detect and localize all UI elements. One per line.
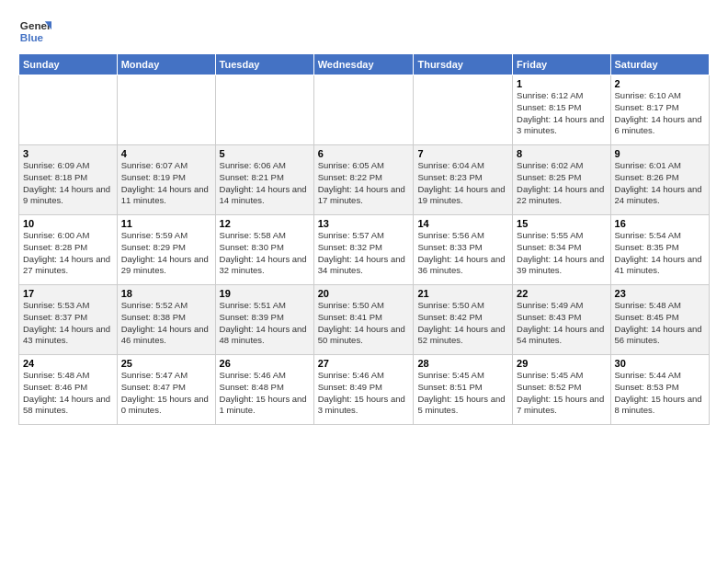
calendar-cell: 30Sunrise: 5:44 AM Sunset: 8:53 PM Dayli… (610, 355, 709, 425)
header: General Blue (18, 15, 710, 48)
calendar-cell: 20Sunrise: 5:50 AM Sunset: 8:41 PM Dayli… (313, 285, 414, 355)
day-info: Sunrise: 5:50 AM Sunset: 8:42 PM Dayligh… (417, 300, 508, 347)
day-number: 16 (615, 218, 705, 229)
day-number: 13 (318, 218, 410, 229)
day-info: Sunrise: 5:56 AM Sunset: 8:33 PM Dayligh… (417, 230, 508, 277)
calendar-cell: 11Sunrise: 5:59 AM Sunset: 8:29 PM Dayli… (117, 215, 215, 285)
day-number: 27 (318, 358, 410, 369)
col-header-tuesday: Tuesday (215, 54, 313, 75)
calendar-cell: 28Sunrise: 5:45 AM Sunset: 8:51 PM Dayli… (414, 355, 513, 425)
calendar-cell: 5Sunrise: 6:06 AM Sunset: 8:21 PM Daylig… (215, 145, 313, 215)
day-number: 6 (318, 148, 410, 159)
day-info: Sunrise: 5:47 AM Sunset: 8:47 PM Dayligh… (121, 370, 211, 417)
day-info: Sunrise: 5:46 AM Sunset: 8:48 PM Dayligh… (220, 370, 310, 417)
day-info: Sunrise: 5:54 AM Sunset: 8:35 PM Dayligh… (615, 230, 705, 277)
calendar-cell: 18Sunrise: 5:52 AM Sunset: 8:38 PM Dayli… (117, 285, 215, 355)
day-number: 7 (417, 148, 508, 159)
day-number: 3 (23, 148, 113, 159)
calendar-cell: 23Sunrise: 5:48 AM Sunset: 8:45 PM Dayli… (610, 285, 709, 355)
day-info: Sunrise: 5:45 AM Sunset: 8:51 PM Dayligh… (417, 370, 508, 417)
day-number: 22 (517, 288, 606, 299)
svg-text:General: General (20, 19, 51, 31)
calendar-cell: 2Sunrise: 6:10 AM Sunset: 8:17 PM Daylig… (610, 75, 709, 145)
day-number: 12 (220, 218, 310, 229)
day-info: Sunrise: 6:04 AM Sunset: 8:23 PM Dayligh… (417, 160, 508, 207)
day-number: 21 (417, 288, 508, 299)
day-number: 15 (517, 218, 606, 229)
day-number: 5 (220, 148, 310, 159)
day-number: 28 (417, 358, 508, 369)
page: General Blue SundayMondayTuesdayWednesda… (0, 0, 728, 434)
day-info: Sunrise: 6:01 AM Sunset: 8:26 PM Dayligh… (615, 160, 705, 207)
day-info: Sunrise: 6:00 AM Sunset: 8:28 PM Dayligh… (23, 230, 113, 277)
day-info: Sunrise: 5:45 AM Sunset: 8:52 PM Dayligh… (517, 370, 606, 417)
col-header-monday: Monday (117, 54, 215, 75)
day-number: 14 (417, 218, 508, 229)
logo-icon: General Blue (18, 15, 51, 48)
day-info: Sunrise: 5:53 AM Sunset: 8:37 PM Dayligh… (23, 300, 113, 347)
day-number: 1 (517, 78, 606, 89)
calendar-cell: 14Sunrise: 5:56 AM Sunset: 8:33 PM Dayli… (414, 215, 513, 285)
calendar-cell: 4Sunrise: 6:07 AM Sunset: 8:19 PM Daylig… (117, 145, 215, 215)
calendar-cell: 8Sunrise: 6:02 AM Sunset: 8:25 PM Daylig… (513, 145, 610, 215)
calendar-cell: 19Sunrise: 5:51 AM Sunset: 8:39 PM Dayli… (215, 285, 313, 355)
day-info: Sunrise: 5:44 AM Sunset: 8:53 PM Dayligh… (615, 370, 705, 417)
day-info: Sunrise: 5:51 AM Sunset: 8:39 PM Dayligh… (220, 300, 310, 347)
day-info: Sunrise: 6:09 AM Sunset: 8:18 PM Dayligh… (23, 160, 113, 207)
day-info: Sunrise: 5:50 AM Sunset: 8:41 PM Dayligh… (318, 300, 410, 347)
col-header-friday: Friday (513, 54, 610, 75)
calendar-cell: 29Sunrise: 5:45 AM Sunset: 8:52 PM Dayli… (513, 355, 610, 425)
day-info: Sunrise: 5:48 AM Sunset: 8:45 PM Dayligh… (615, 300, 705, 347)
day-number: 11 (121, 218, 211, 229)
calendar-cell: 21Sunrise: 5:50 AM Sunset: 8:42 PM Dayli… (414, 285, 513, 355)
day-info: Sunrise: 6:05 AM Sunset: 8:22 PM Dayligh… (318, 160, 410, 207)
calendar-table: SundayMondayTuesdayWednesdayThursdayFrid… (18, 53, 710, 425)
day-info: Sunrise: 5:55 AM Sunset: 8:34 PM Dayligh… (517, 230, 606, 277)
calendar-cell: 26Sunrise: 5:46 AM Sunset: 8:48 PM Dayli… (215, 355, 313, 425)
calendar-cell (117, 75, 215, 145)
day-info: Sunrise: 6:02 AM Sunset: 8:25 PM Dayligh… (517, 160, 606, 207)
day-info: Sunrise: 5:48 AM Sunset: 8:46 PM Dayligh… (23, 370, 113, 417)
calendar-cell: 16Sunrise: 5:54 AM Sunset: 8:35 PM Dayli… (610, 215, 709, 285)
day-info: Sunrise: 5:59 AM Sunset: 8:29 PM Dayligh… (121, 230, 211, 277)
day-number: 10 (23, 218, 113, 229)
svg-text:Blue: Blue (20, 31, 44, 43)
day-number: 19 (220, 288, 310, 299)
calendar-cell: 22Sunrise: 5:49 AM Sunset: 8:43 PM Dayli… (513, 285, 610, 355)
day-info: Sunrise: 5:58 AM Sunset: 8:30 PM Dayligh… (220, 230, 310, 277)
col-header-wednesday: Wednesday (313, 54, 414, 75)
calendar-cell (215, 75, 313, 145)
calendar-cell: 12Sunrise: 5:58 AM Sunset: 8:30 PM Dayli… (215, 215, 313, 285)
day-number: 18 (121, 288, 211, 299)
day-info: Sunrise: 5:49 AM Sunset: 8:43 PM Dayligh… (517, 300, 606, 347)
day-number: 2 (615, 78, 705, 89)
calendar-cell (313, 75, 414, 145)
col-header-thursday: Thursday (414, 54, 513, 75)
day-number: 30 (615, 358, 705, 369)
day-info: Sunrise: 5:46 AM Sunset: 8:49 PM Dayligh… (318, 370, 410, 417)
day-number: 4 (121, 148, 211, 159)
calendar-cell: 1Sunrise: 6:12 AM Sunset: 8:15 PM Daylig… (513, 75, 610, 145)
col-header-sunday: Sunday (19, 54, 118, 75)
calendar-cell: 15Sunrise: 5:55 AM Sunset: 8:34 PM Dayli… (513, 215, 610, 285)
calendar-cell: 27Sunrise: 5:46 AM Sunset: 8:49 PM Dayli… (313, 355, 414, 425)
day-info: Sunrise: 5:52 AM Sunset: 8:38 PM Dayligh… (121, 300, 211, 347)
day-number: 24 (23, 358, 113, 369)
day-number: 20 (318, 288, 410, 299)
calendar-cell: 7Sunrise: 6:04 AM Sunset: 8:23 PM Daylig… (414, 145, 513, 215)
day-number: 26 (220, 358, 310, 369)
day-info: Sunrise: 6:12 AM Sunset: 8:15 PM Dayligh… (517, 90, 606, 137)
day-number: 8 (517, 148, 606, 159)
calendar-cell: 6Sunrise: 6:05 AM Sunset: 8:22 PM Daylig… (313, 145, 414, 215)
calendar-cell: 3Sunrise: 6:09 AM Sunset: 8:18 PM Daylig… (19, 145, 118, 215)
day-info: Sunrise: 6:10 AM Sunset: 8:17 PM Dayligh… (615, 90, 705, 137)
calendar-cell: 17Sunrise: 5:53 AM Sunset: 8:37 PM Dayli… (19, 285, 118, 355)
day-number: 17 (23, 288, 113, 299)
calendar-cell (19, 75, 118, 145)
calendar-cell: 13Sunrise: 5:57 AM Sunset: 8:32 PM Dayli… (313, 215, 414, 285)
day-number: 23 (615, 288, 705, 299)
day-info: Sunrise: 6:07 AM Sunset: 8:19 PM Dayligh… (121, 160, 211, 207)
calendar-cell: 24Sunrise: 5:48 AM Sunset: 8:46 PM Dayli… (19, 355, 118, 425)
day-number: 25 (121, 358, 211, 369)
day-info: Sunrise: 5:57 AM Sunset: 8:32 PM Dayligh… (318, 230, 410, 277)
